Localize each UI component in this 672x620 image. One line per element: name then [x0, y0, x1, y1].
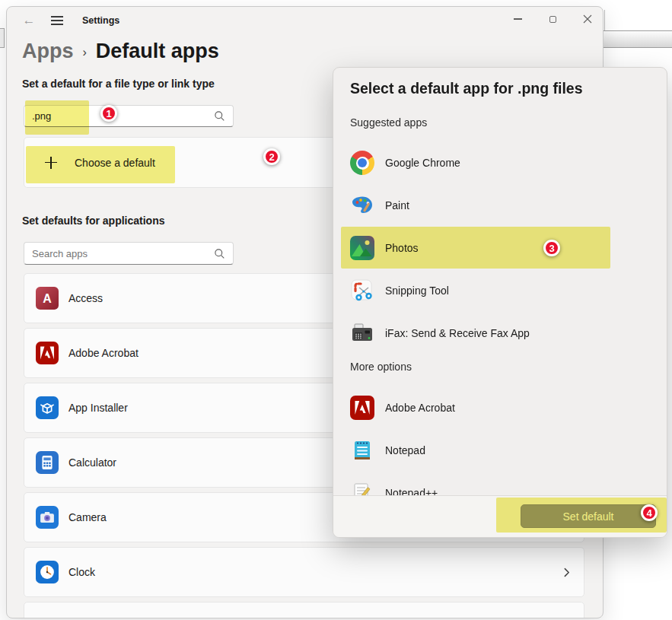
chevron-right-icon	[562, 568, 572, 577]
maximize-button[interactable]	[541, 8, 564, 30]
notepad-plus-plus-icon: ++	[350, 481, 374, 497]
google-chrome-icon	[350, 151, 374, 175]
file-type-section-heading: Set a default for a file type or link ty…	[22, 78, 215, 90]
minimize-button[interactable]	[506, 8, 529, 30]
dialog-item-google-chrome[interactable]: Google Chrome	[350, 141, 650, 184]
set-default-button[interactable]: Set default	[521, 504, 656, 528]
svg-text:A: A	[43, 292, 52, 305]
list-item-clock[interactable]: Clock	[24, 547, 584, 597]
step-1-badge: 1	[100, 105, 117, 122]
access-icon: A	[36, 287, 59, 310]
maximize-icon	[549, 16, 556, 23]
hamburger-icon	[51, 16, 63, 25]
search-icon	[214, 110, 225, 122]
paint-icon	[350, 193, 374, 218]
adobe-acrobat-icon	[350, 396, 374, 420]
notepad-icon	[350, 438, 374, 463]
dialog-item-photos[interactable]: Photos	[350, 227, 650, 269]
file-type-search-input[interactable]	[32, 110, 209, 122]
breadcrumb: Apps › Default apps	[22, 37, 219, 65]
plus-icon	[45, 157, 57, 169]
file-type-search-field[interactable]	[24, 105, 234, 127]
page-title: Default apps	[96, 40, 219, 63]
breadcrumb-separator: ›	[74, 46, 96, 59]
dialog-content: Select a default app for .png files Sugg…	[333, 68, 667, 497]
photos-icon	[350, 236, 374, 260]
navigation-menu-button[interactable]	[46, 9, 68, 32]
search-apps-input[interactable]	[32, 248, 209, 259]
fax-machine-icon	[350, 321, 374, 345]
dialog-item-ifax[interactable]: iFax: Send & Receive Fax App	[350, 312, 650, 355]
background-window-strip	[0, 28, 5, 48]
dialog-item-adobe-acrobat[interactable]: Adobe Acrobat	[350, 386, 650, 429]
app-installer-icon	[36, 396, 59, 419]
dialog-footer: Set default	[333, 495, 667, 537]
camera-icon	[36, 506, 59, 529]
close-icon	[583, 14, 592, 24]
dialog-item-paint[interactable]: Paint	[350, 184, 650, 227]
window-title: Settings	[82, 15, 119, 26]
dialog-item-notepad-plus-plus[interactable]: ++ Notepad++	[350, 472, 650, 497]
window-controls	[506, 8, 599, 30]
step-3-badge: 3	[543, 240, 560, 256]
minimize-icon	[514, 18, 522, 19]
background-window-edge	[604, 10, 605, 31]
adobe-acrobat-icon	[36, 342, 59, 364]
choose-default-label: Choose a default	[75, 157, 155, 169]
breadcrumb-apps[interactable]: Apps	[22, 40, 74, 63]
snipping-tool-icon	[350, 278, 374, 303]
dialog-title: Select a default app for .png files	[350, 80, 583, 97]
step-4-badge: 4	[641, 504, 658, 521]
background-window-titlebar	[604, 30, 672, 48]
calculator-icon	[36, 451, 59, 474]
close-button[interactable]	[576, 8, 599, 30]
suggested-apps-heading: Suggested apps	[350, 116, 427, 129]
back-button[interactable]: ←	[18, 9, 40, 32]
apps-section-heading: Set defaults for applications	[22, 215, 164, 227]
arrow-left-icon: ←	[23, 13, 36, 28]
list-item-partial[interactable]	[24, 602, 584, 618]
default-app-dialog: Select a default app for .png files Sugg…	[333, 67, 667, 538]
search-apps-field[interactable]	[24, 242, 234, 265]
step-2-badge: 2	[263, 148, 280, 165]
more-options-heading: More options	[350, 361, 412, 373]
dialog-item-notepad[interactable]: Notepad	[350, 429, 650, 472]
dialog-item-snipping-tool[interactable]: Snipping Tool	[350, 269, 650, 312]
clock-icon	[36, 561, 59, 583]
search-icon	[214, 248, 225, 259]
